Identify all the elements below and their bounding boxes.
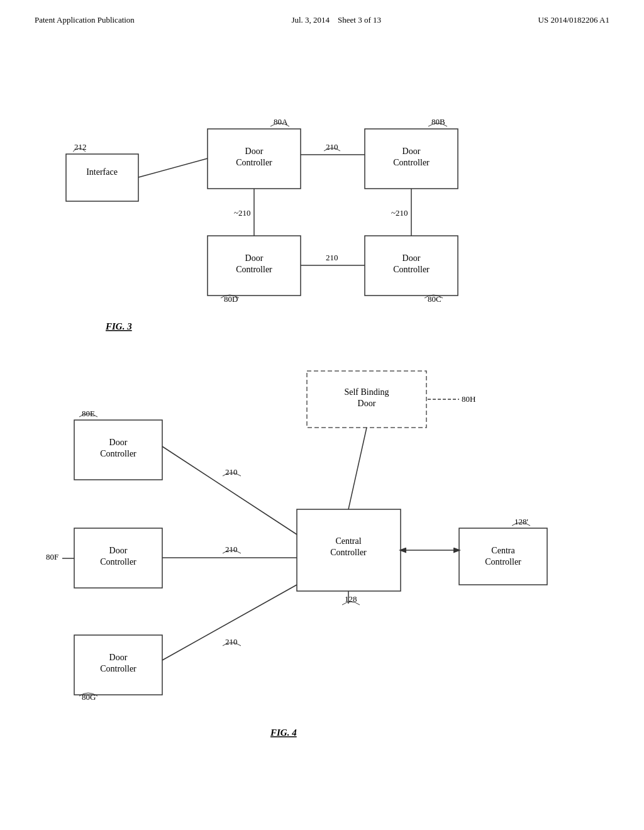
box-80A-text2: Controller <box>236 158 272 167</box>
central2-rect <box>459 528 547 585</box>
label-80H-text: 80H <box>462 394 475 404</box>
central-ctrl-text2: Controller <box>330 548 367 557</box>
line-80E-central <box>162 446 297 534</box>
label-80F-text: 80F <box>46 552 58 562</box>
box-80G-text2: Controller <box>100 664 136 673</box>
interface-text1: Interface <box>86 167 118 177</box>
box-80B-text1: Door <box>402 147 421 156</box>
fig3-title: FIG. 3 <box>105 321 132 331</box>
main-diagram-svg: Interface 212 Door Controller 80A Door C… <box>0 31 644 824</box>
label-128prime-text: 128' <box>514 517 528 526</box>
label-210-top-text: 210 <box>326 142 338 152</box>
box-80F-text2: Controller <box>100 557 136 567</box>
box-80G-text1: Door <box>109 653 128 662</box>
label-210-80F-text: 210 <box>225 545 238 554</box>
label-210-bottom-text: 210 <box>326 253 338 262</box>
label-210-left-text: ~210 <box>234 208 251 218</box>
line-80G-central <box>162 585 297 660</box>
box-80E-text1: Door <box>109 438 128 447</box>
label-80A-text: 80A <box>274 117 288 126</box>
page-header: Patent Application Publication Jul. 3, 2… <box>0 0 644 25</box>
central2-text2: Controller <box>485 557 521 567</box>
label-210-80G-text: 210 <box>225 637 238 646</box>
self-binding-text1: Self Binding <box>344 387 389 397</box>
box-80D-text2: Controller <box>236 265 272 274</box>
line-iface-80A <box>138 158 208 177</box>
box-80C-text1: Door <box>402 253 421 263</box>
label-210-80E-text: 210 <box>225 467 238 477</box>
header-publication: Patent Application Publication <box>35 15 135 25</box>
box-80B-text2: Controller <box>393 158 430 167</box>
box-80F-text1: Door <box>109 546 128 555</box>
box-80D-text1: Door <box>245 253 264 263</box>
central2-text1: Centra <box>491 546 515 555</box>
label-210-right-text: ~210 <box>391 208 408 218</box>
box-80E-text2: Controller <box>100 449 136 458</box>
fig4-title: FIG. 4 <box>270 728 297 738</box>
box-80A-text1: Door <box>245 147 264 156</box>
header-patent-num: US 2014/0182206 A1 <box>538 15 609 25</box>
line-selfbind-central <box>348 428 367 509</box>
full-page: Patent Application Publication Jul. 3, 2… <box>0 0 644 830</box>
box-80C-text2: Controller <box>393 265 430 274</box>
interface-rect <box>66 154 138 201</box>
header-date-sheet: Jul. 3, 2014 Sheet 3 of 13 <box>291 15 381 25</box>
central-ctrl-text1: Central <box>335 536 361 546</box>
self-binding-text2: Door <box>358 399 376 408</box>
label-80B-text: 80B <box>431 117 445 126</box>
interface-ref-text: 212 <box>74 142 87 152</box>
